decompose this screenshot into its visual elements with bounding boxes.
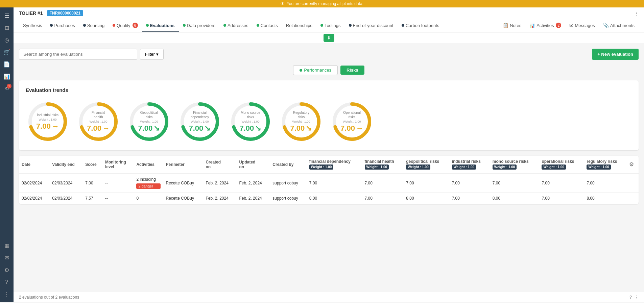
tab-messages[interactable]: ✉ Messages (565, 19, 599, 32)
circle-weight-6: Weight : 1.00 (343, 120, 361, 123)
risks-toggle[interactable]: Risks (340, 66, 364, 75)
sidebar-item-more[interactable]: ⋮ (1, 289, 12, 300)
sidebar-item-settings[interactable]: ⚙ (1, 264, 12, 275)
circle-1: Financial healthWeight : 1.00 7.00 → (76, 100, 120, 144)
tab-notes-label: Notes (510, 23, 521, 28)
attachments-icon: 📎 (603, 23, 609, 28)
tab-end-of-year[interactable]: End-of-year discount (345, 20, 398, 32)
tab-addresses[interactable]: Addresses (219, 20, 252, 32)
tab-synthesis[interactable]: Synthesis (19, 20, 46, 32)
filter-chevron-icon: ▾ (156, 52, 159, 57)
tab-contacts[interactable]: Contacts (253, 20, 282, 32)
sidebar-item-barchart[interactable]: ▦ (1, 240, 12, 251)
cell-actions (626, 173, 639, 193)
sidebar-item-menu[interactable]: ☰ (1, 10, 12, 21)
cell-updated-on: Feb. 2, 2024 (236, 193, 270, 204)
sidebar-item-document[interactable]: 📄 (1, 59, 12, 70)
cell-mono-risks: 8.00 (490, 193, 539, 204)
tab-relationships[interactable]: Relationships (282, 20, 316, 32)
cell-monitoring-level: -- (102, 193, 134, 204)
new-evaluation-button[interactable]: + New evaluation (592, 49, 639, 60)
performances-toggle[interactable]: Performances (293, 65, 338, 75)
tab-sourcing-label: Sourcing (87, 23, 104, 28)
cell-mono-risks: 7.00 (490, 173, 539, 193)
cell-created-on: Feb. 2, 2024 (203, 173, 236, 193)
table-settings-button[interactable]: ⚙ (629, 161, 634, 168)
cell-geo-risks: 8.00 (403, 193, 449, 204)
footer-help-icon[interactable]: ? (629, 295, 632, 300)
sidebar-item-chart[interactable]: 📊 (1, 71, 12, 82)
circle-inner-5: Regulatory risksWeight : 1.00 7.00 ↘ (290, 110, 312, 133)
tab-purchases[interactable]: Purchases (46, 20, 79, 32)
circle-inner-2: Geopolitical risksWeight : 1.00 7.00 ↘ (138, 110, 160, 133)
table-header-row: Date Validity end Score Monitoringlevel … (19, 156, 639, 173)
col-created-on: Createdon (203, 156, 236, 173)
sidebar-item-help[interactable]: ? (1, 277, 12, 287)
circle-label-3: Financial dependencyWeight : 1.00 (189, 110, 211, 124)
circle-item-5: Regulatory risksWeight : 1.00 7.00 ↘ (279, 100, 323, 144)
evaluation-trends-card: Evaluation trends Industrial risksWeight… (19, 80, 639, 150)
tab-attachments[interactable]: 📎 Attachments (599, 19, 639, 32)
cell-activities: 0 (134, 193, 163, 204)
tab-end-of-year-label: End-of-year discount (353, 23, 393, 28)
tab-attachments-label: Attachments (610, 23, 635, 28)
circle-label-6: Operational risksWeight : 1.00 (340, 110, 363, 124)
cell-ind-risks: 7.00 (449, 193, 490, 204)
circle-item-3: Financial dependencyWeight : 1.00 7.00 ↘ (178, 100, 222, 144)
search-input[interactable] (19, 49, 137, 60)
contacts-dot (257, 24, 259, 27)
activities-badge: 2 (556, 23, 561, 28)
sidebar-item-cart[interactable]: 🛒 (1, 47, 12, 57)
circle-4: Mono source risksWeight : 1.00 7.00 ↘ (229, 100, 272, 144)
cell-perimeter: Recette COBuy (163, 173, 203, 193)
cell-fin-health: 7.00 (362, 173, 404, 193)
cell-reg-risks: 8.00 (584, 193, 626, 204)
cell-created-by: support cobuy (270, 193, 306, 204)
danger-badge: 2 danger (136, 183, 160, 189)
cell-ind-risks: 7.00 (449, 173, 490, 193)
tab-data-providers[interactable]: Data providers (179, 20, 220, 32)
tab-toolings[interactable]: Toolings (316, 20, 345, 32)
header-more-icon[interactable]: ⋮ (634, 11, 639, 16)
tab-notes[interactable]: 📋 Notes (499, 19, 525, 32)
circle-item-0: Industrial risksWeight : 1.00 7.00 → (26, 100, 70, 144)
circle-0: Industrial risksWeight : 1.00 7.00 → (26, 100, 70, 144)
circle-arrow-0: → (52, 122, 59, 130)
cell-activities: 2 including 2 danger (134, 173, 163, 193)
circle-label-5: Regulatory risksWeight : 1.00 (290, 110, 312, 124)
tab-carbon-label: Carbon footprints (406, 23, 439, 28)
circle-2: Geopolitical risksWeight : 1.00 7.00 ↘ (127, 100, 171, 144)
footer-more-icon[interactable]: ⋮ (635, 295, 639, 300)
cell-date: 02/02/2024 (19, 193, 49, 204)
tab-evaluations[interactable]: Evaluations (142, 20, 179, 32)
tab-sourcing[interactable]: Sourcing (79, 20, 109, 32)
col-updated-on: Updatedon (236, 156, 270, 173)
filter-button[interactable]: Filter ▾ (140, 49, 164, 60)
sidebar-item-clock[interactable]: ◷ (1, 34, 12, 45)
tab-activities[interactable]: 📊 Activities 2 (525, 19, 565, 32)
sidebar-item-mail[interactable]: ✉ (1, 252, 12, 263)
filter-label: Filter (145, 52, 155, 57)
sidebar-item-dashboard[interactable]: ⊞ (1, 22, 12, 33)
tab-quality[interactable]: Quality 6 (109, 19, 142, 32)
cell-updated-on: Feb. 2, 2024 (236, 173, 270, 193)
cell-fin-dep: 8.00 (307, 193, 362, 204)
tab-quality-label: Quality (117, 23, 130, 28)
circle-score-1: 7.00 → (87, 124, 110, 133)
col-settings[interactable]: ⚙ (626, 156, 639, 173)
table-row: 02/02/2024 02/03/2024 7.57 -- 0 Recette … (19, 193, 639, 204)
supplier-name: TOLIER #1 (19, 10, 43, 16)
cell-actions (626, 193, 639, 204)
circle-item-4: Mono source risksWeight : 1.00 7.00 ↘ (229, 100, 272, 144)
col-industrial-risks: industrial risksWeight : 1.00 (449, 156, 490, 173)
sidebar: ☰ ⊞ ◷ 🛒 📄 📊 ↻ 1 ▦ ✉ ⚙ ? ⋮ (0, 7, 14, 302)
circle-weight-2: Weight : 1.00 (140, 120, 158, 123)
circle-item-1: Financial healthWeight : 1.00 7.00 → (76, 100, 120, 144)
table-row: 02/02/2024 02/03/2024 7.00 -- 2 includin… (19, 173, 639, 193)
circle-score-4: 7.00 ↘ (240, 124, 262, 133)
download-button[interactable]: ⬇ (324, 34, 334, 42)
circle-arrow-5: ↘ (306, 124, 312, 133)
sidebar-item-refresh[interactable]: ↻ 1 (1, 83, 12, 94)
circle-score-3: 7.00 ↘ (189, 124, 211, 133)
tab-carbon[interactable]: Carbon footprints (398, 20, 444, 32)
